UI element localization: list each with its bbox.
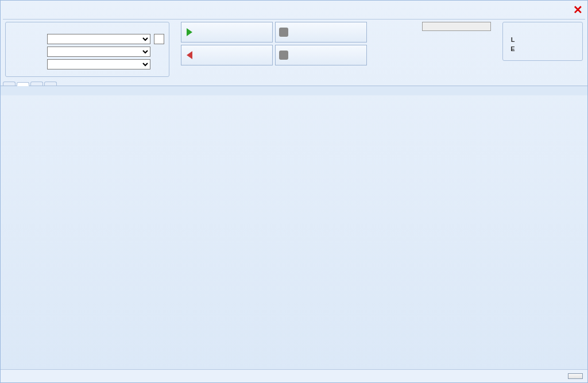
tab-menus[interactable] [3, 82, 16, 86]
tab-sessions[interactable] [44, 82, 57, 86]
new-doc-button[interactable] [154, 34, 164, 44]
import-pref-button[interactable] [275, 22, 367, 42]
import-icon [187, 28, 192, 36]
legend-l-symbol: L [509, 36, 517, 43]
utilisateur-select[interactable] [47, 59, 150, 69]
report-pref-button[interactable] [275, 45, 367, 65]
import-auth-button[interactable] [181, 22, 273, 42]
close-icon[interactable]: ✕ [573, 3, 583, 17]
tab-pref[interactable] [30, 82, 43, 86]
pref-icon [279, 28, 288, 37]
tab-auth[interactable] [17, 82, 29, 86]
service-select[interactable] [47, 47, 150, 57]
legend-e-symbol: E [509, 45, 517, 52]
identifiant-value [422, 22, 491, 31]
report-auth-button[interactable] [181, 45, 273, 65]
pref-icon [279, 51, 288, 60]
export-icon [187, 51, 192, 59]
societe-select[interactable] [47, 34, 150, 44]
save-and-close-button[interactable] [568, 373, 583, 379]
